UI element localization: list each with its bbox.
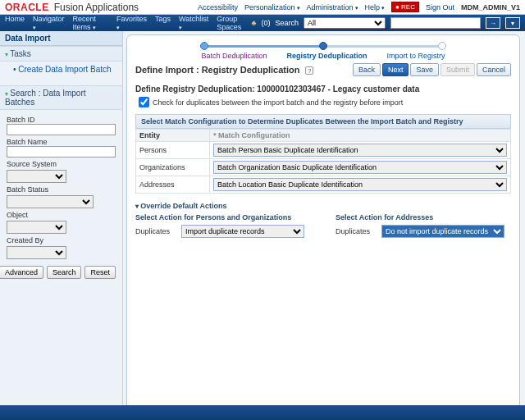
select-persons-config[interactable]: Batch Person Basic Duplicate Identificat… (213, 144, 507, 157)
sidebar-title: Data Import (0, 31, 122, 46)
select-source-system[interactable] (7, 170, 66, 183)
select-person-org-action[interactable]: Import duplicate records (181, 225, 304, 238)
col-config: * Match Configuration (210, 130, 511, 142)
sign-out-link[interactable]: Sign Out (426, 3, 454, 11)
match-config-table: Entity* Match Configuration PersonsBatch… (135, 129, 511, 194)
back-button[interactable]: Back (353, 63, 381, 76)
duplicates-label-left: Duplicates (135, 227, 176, 235)
override-right-header: Select Action for Addresses (336, 213, 511, 221)
sidebar: Data Import Tasks Create Data Import Bat… (0, 31, 123, 420)
menu-navigator[interactable]: Navigator (33, 15, 65, 31)
notification-count[interactable]: (0) (261, 19, 270, 27)
select-addresses-config[interactable]: Batch Location Basic Duplicate Identific… (213, 178, 507, 191)
select-orgs-config[interactable]: Batch Organization Basic Duplicate Ident… (213, 161, 507, 174)
main-card: Batch Deduplication Registry Deduplicati… (126, 34, 520, 417)
rec-badge: ● REC (391, 2, 419, 12)
menu-spaces[interactable]: Group Spaces (217, 15, 251, 31)
search-options-button[interactable]: ▾ (505, 17, 520, 29)
page-title: Define Import : Registry Deduplication (135, 65, 299, 75)
help-menu[interactable]: Help (365, 3, 385, 11)
dedup-checkbox-label: Check for duplicates between the import … (153, 98, 403, 107)
help-icon[interactable]: ? (305, 66, 313, 75)
label-source-system: Source System (7, 160, 116, 168)
entity-persons: Persons (136, 142, 210, 159)
search-label: Search (275, 19, 299, 27)
train-label-2[interactable]: Registry Deduplication (287, 52, 368, 60)
entity-orgs: Organizations (136, 159, 210, 176)
personalization-menu[interactable]: Personalization (244, 3, 300, 11)
label-object: Object (7, 211, 116, 219)
save-button[interactable]: Save (410, 63, 439, 76)
task-create-batch[interactable]: Create Data Import Batch (0, 62, 122, 77)
select-created-by[interactable] (7, 246, 66, 259)
entity-addresses: Addresses (136, 176, 210, 194)
override-left-header: Select Action for Persons and Organizati… (135, 213, 311, 221)
override-heading[interactable]: Override Default Actions (135, 202, 511, 210)
train-stop-2[interactable] (319, 42, 327, 50)
menu-home[interactable]: Home (5, 15, 25, 31)
advanced-button[interactable]: Advanced (0, 266, 43, 279)
label-batch-status: Batch Status (7, 185, 116, 194)
select-batch-status[interactable] (7, 195, 94, 208)
next-button[interactable]: Next (382, 63, 409, 76)
cancel-button[interactable]: Cancel (477, 63, 511, 76)
section-heading: Define Registry Deduplication: 100000102… (135, 84, 511, 94)
label-batch-id: Batch ID (7, 116, 116, 124)
train-widget (135, 42, 511, 50)
footer-bar (0, 405, 525, 420)
menu-watchlist[interactable]: Watchlist (179, 15, 208, 31)
label-batch-name: Batch Name (7, 138, 116, 146)
app-name: Fusion Applications (54, 2, 139, 13)
user-name: MDM_ADMIN_V1 (461, 3, 520, 11)
train-label-1[interactable]: Batch Deduplication (201, 52, 267, 60)
input-batch-id[interactable] (7, 124, 116, 135)
search-button[interactable]: Search (47, 266, 82, 279)
menu-recent[interactable]: Recent Items (73, 15, 108, 31)
brand-bar: ORACLE Fusion Applications Accessibility… (0, 0, 525, 15)
global-search-input[interactable] (390, 17, 481, 29)
accessibility-link[interactable]: Accessibility (198, 3, 238, 11)
select-object[interactable] (7, 221, 66, 234)
submit-button: Submit (441, 63, 475, 76)
administration-menu[interactable]: Administration (307, 3, 358, 11)
label-created-by: Created By (7, 236, 116, 244)
dedup-checkbox[interactable] (139, 97, 149, 107)
tasks-section-header[interactable]: Tasks (0, 46, 122, 62)
match-panel-header: Select Match Configuration to Determine … (135, 114, 511, 129)
search-go-button[interactable]: → (486, 17, 500, 29)
reset-button[interactable]: Reset (84, 266, 116, 279)
input-batch-name[interactable] (7, 146, 116, 158)
select-address-action[interactable]: Do not import duplicate records (381, 225, 504, 238)
train-label-3[interactable]: Import to Registry (387, 52, 445, 60)
col-entity: Entity (136, 130, 210, 142)
menu-favorites[interactable]: Favorites (116, 15, 147, 31)
oracle-logo: ORACLE (5, 2, 49, 13)
notification-icon[interactable]: ♣ (252, 19, 257, 27)
duplicates-label-right: Duplicates (336, 227, 377, 235)
search-scope-select[interactable]: All (304, 17, 386, 29)
menu-tags[interactable]: Tags (155, 15, 171, 31)
train-stop-3[interactable] (438, 42, 446, 50)
menu-bar: Home Navigator Recent Items Favorites Ta… (0, 15, 525, 31)
search-section-header[interactable]: Search : Data Import Batches (0, 85, 122, 110)
train-stop-1[interactable] (200, 42, 208, 50)
